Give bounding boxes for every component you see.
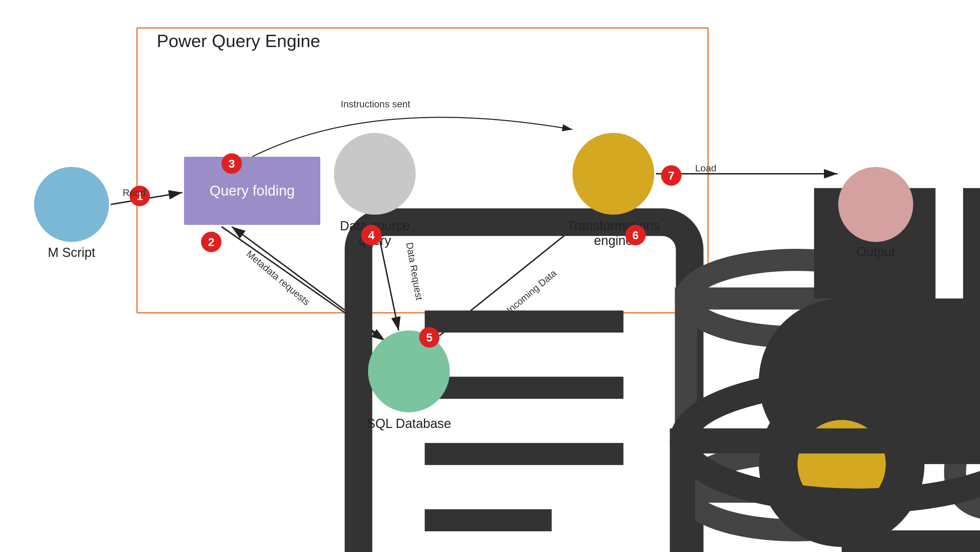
m-script-label: M Script <box>34 245 109 260</box>
load-label: Load <box>695 163 716 174</box>
query-folding-box: Query folding <box>184 157 320 225</box>
instructions-sent-label: Instructions sent <box>341 99 410 110</box>
badge-2: 2 <box>201 232 221 252</box>
output-circle <box>838 167 913 242</box>
output-label: Output <box>835 245 916 259</box>
badge-4: 4 <box>361 225 382 245</box>
read-label: Read <box>123 188 145 198</box>
badge-3: 3 <box>221 153 242 174</box>
sql-icon <box>368 331 980 552</box>
m-script-circle <box>34 167 109 242</box>
badge-6: 6 <box>625 225 646 245</box>
diagram-container: Power Query Engine <box>0 0 980 552</box>
transformations-label: Transformations engine <box>562 219 665 248</box>
transformations-circle <box>573 133 654 215</box>
sql-label: SQL Database <box>361 417 457 431</box>
badge-7: 7 <box>661 165 681 186</box>
data-source-circle <box>334 133 416 215</box>
query-folding-text: Query folding <box>210 183 295 199</box>
badge-5: 5 <box>419 327 439 348</box>
